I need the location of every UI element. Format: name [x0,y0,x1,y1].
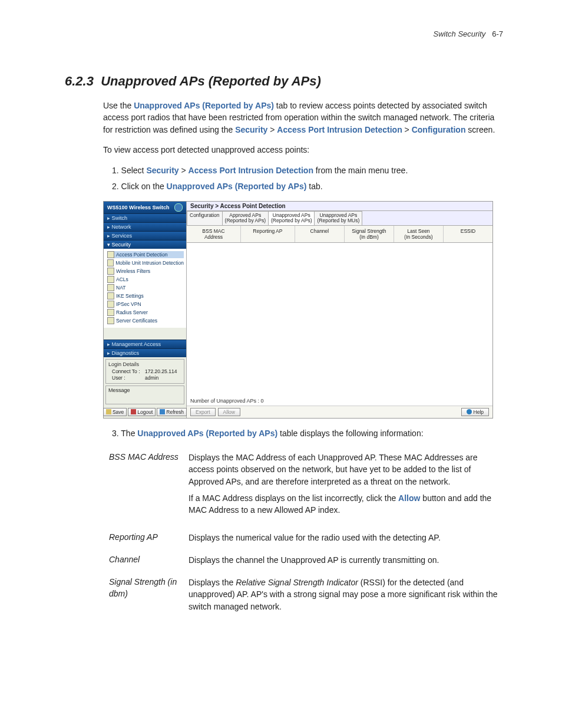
term-reporting-ap: Reporting AP [109,532,189,543]
folder-icon [107,292,114,299]
folder-icon [107,309,114,316]
bottom-button-bar: Export Allow Help [187,406,492,418]
help-icon [467,409,472,414]
folder-icon [107,268,114,275]
unapproved-count: Number of Unapproved APs : 0 [187,396,492,406]
tree-radius-server[interactable]: Radius Server [107,309,184,316]
sidebar-item-diagnostics[interactable]: ▸ Diagnostics [104,348,186,357]
export-button[interactable]: Export [190,408,216,416]
user-value: admin [145,375,158,381]
product-title: WS5100 Wireless Switch [107,205,169,210]
tree-acls[interactable]: ACLs [107,276,184,283]
col-bss-mac[interactable]: BSS MACAddress [187,226,241,242]
refresh-icon [160,409,165,414]
brand-logo-icon [174,203,183,212]
field-description-table: BSS MAC Address Displays the MAC Address… [109,452,503,617]
sidebar-item-services[interactable]: ▸ Services [104,231,186,240]
chapter-name: Switch Security [433,29,485,38]
tab-configuration[interactable]: Configuration [187,211,223,225]
def-signal-strength: Displays the Relative Signal Strength In… [189,577,503,617]
tree-wireless-filters[interactable]: Wireless Filters [107,268,184,275]
tree-ipsec-vpn[interactable]: IPSec VPN [107,301,184,308]
tree-mobile-unit-intrusion[interactable]: Mobile Unit Intrusion Detection [107,259,184,266]
sidebar-item-management-access[interactable]: ▸ Management Access [104,340,186,348]
running-header: Switch Security 6-7 [71,29,503,38]
help-button[interactable]: Help [461,408,489,416]
tree-nat[interactable]: NAT [107,284,184,291]
def-bss-mac: Displays the MAC Address of each Unappro… [189,452,503,521]
tree-access-point-detection[interactable]: Access Point Detection [107,251,184,258]
intro-paragraph-2: To view access port detected unapproved … [103,144,503,156]
tree-ike-settings[interactable]: IKE Settings [107,292,184,299]
def-channel: Displays the channel the Unapproved AP i… [189,554,503,566]
col-last-seen[interactable]: Last Seen(In Seconds) [394,226,444,242]
term-bss-mac: BSS MAC Address [109,452,189,521]
refresh-button[interactable]: Refresh [157,408,187,416]
folder-icon [107,276,114,283]
tab-unapproved-aps-by-aps[interactable]: Unapproved APs(Reported by APs) [268,211,315,225]
logout-icon [131,409,136,414]
folder-icon [107,317,114,324]
logout-button[interactable]: Logout [128,408,156,416]
folder-icon [107,251,114,258]
security-tree: Access Point Detection Mobile Unit Intru… [104,249,186,328]
link-apid: Access Port Intrusion Detection [277,125,402,134]
sidebar-item-switch[interactable]: ▸ Switch [104,213,186,222]
save-button[interactable]: Save [103,408,127,416]
section-title: 6.2.3 Unapproved APs (Reported by APs) [65,74,503,89]
folder-icon [107,301,114,308]
save-icon [106,409,111,414]
def-reporting-ap: Displays the numerical value for the rad… [189,532,503,543]
sidebar-buttons: Save Logout Refresh [104,406,186,418]
term-channel: Channel [109,554,189,566]
product-title-bar: WS5100 Wireless Switch [104,202,186,213]
folder-icon [107,259,114,266]
sidebar: WS5100 Wireless Switch ▸ Switch ▸ Networ… [104,202,187,418]
col-signal-strength[interactable]: Signal Strength(In dBm) [345,226,394,242]
col-channel[interactable]: Channel [295,226,345,242]
col-reporting-ap[interactable]: Reporting AP [241,226,295,242]
allow-button[interactable]: Allow [218,408,240,416]
folder-icon [107,284,114,291]
table-header-row: BSS MACAddress Reporting AP Channel Sign… [187,226,492,243]
step-1: 1. Select Security > Access Port Intrusi… [112,164,503,177]
message-panel: Message [105,386,184,404]
link-unapproved-aps: Unapproved APs (Reported by APs) [134,101,274,110]
breadcrumb: Security > Access Point Detection [187,202,492,211]
content-tabs: Configuration Approved APs(Reported by A… [187,211,492,226]
step-2: 2. Click on the Unapproved APs (Reported… [112,180,503,193]
page-number: 6-7 [492,29,503,38]
step-3: 3. The Unapproved APs (Reported by APs) … [112,427,503,440]
link-security: Security [235,125,267,134]
main-panel: Security > Access Point Detection Config… [187,202,492,418]
tree-server-certificates[interactable]: Server Certificates [107,317,184,324]
intro-paragraph-1: Use the Unapproved APs (Reported by APs)… [103,100,503,136]
col-essid[interactable]: ESSID [444,226,492,242]
table-body-empty [187,243,492,396]
tab-unapproved-aps-by-mus[interactable]: Unapproved APs(Reported by MUs) [314,211,362,225]
link-configuration: Configuration [412,125,466,134]
app-screenshot: WS5100 Wireless Switch ▸ Switch ▸ Networ… [103,201,493,419]
sidebar-item-network[interactable]: ▸ Network [104,222,186,231]
login-details-panel: Login Details Connect To :172.20.25.114 … [105,359,184,384]
tab-approved-aps-by-aps[interactable]: Approved APs(Reported by APs) [222,211,269,225]
term-signal-strength: Signal Strength (in dbm) [109,577,189,617]
sidebar-item-security[interactable]: ▾ Security [104,240,186,249]
login-details-title: Login Details [108,361,181,367]
connect-to-value: 172.20.25.114 [145,368,177,374]
